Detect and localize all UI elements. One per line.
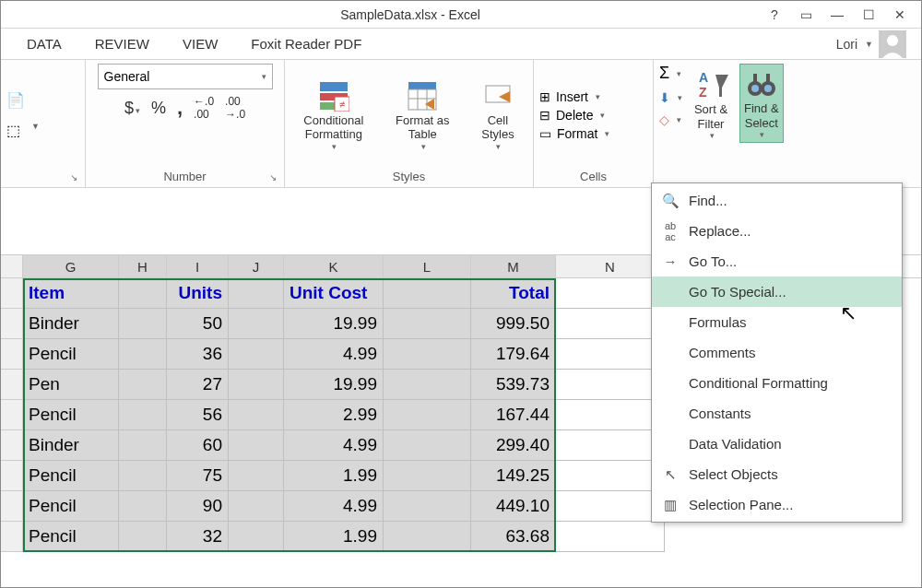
menu-formulas[interactable]: Formulas <box>652 307 902 337</box>
merge-button[interactable]: ⬚▼ <box>6 122 40 139</box>
percent-button[interactable]: % <box>151 99 166 118</box>
cell[interactable] <box>229 370 284 400</box>
insert-button[interactable]: ⊞Insert▾ <box>539 89 609 104</box>
format-button[interactable]: ▭Format▾ <box>539 126 609 141</box>
menu-select-objects[interactable]: ↖Select Objects <box>652 459 902 489</box>
cell[interactable] <box>556 430 665 461</box>
cell-units[interactable]: 36 <box>167 339 229 370</box>
conditional-formatting-button[interactable]: ≠ Conditional Formatting▾ <box>298 75 369 156</box>
cell-item[interactable]: Pencil <box>23 461 119 491</box>
cell-total[interactable]: 539.73 <box>471 370 556 400</box>
help-icon[interactable]: ? <box>759 4 790 26</box>
cell[interactable] <box>384 370 471 400</box>
row-header[interactable] <box>1 430 23 461</box>
col-header-item[interactable]: Item <box>23 278 119 309</box>
increase-decimal-button[interactable]: ←.0.00 <box>194 95 214 121</box>
col-header-total[interactable]: Total <box>471 278 556 309</box>
col-K[interactable]: K <box>284 255 384 277</box>
cell-item[interactable]: Binder <box>23 430 119 461</box>
col-N[interactable]: N <box>556 255 665 277</box>
cell[interactable] <box>556 491 665 522</box>
cell[interactable] <box>229 339 284 370</box>
menu-find[interactable]: 🔍Find... <box>652 185 902 216</box>
menu-goto[interactable]: →Go To... <box>652 246 902 276</box>
cell[interactable] <box>229 309 284 339</box>
row-header[interactable] <box>1 400 23 430</box>
find-select-button[interactable]: Find & Select▾ <box>739 64 784 143</box>
cell[interactable] <box>556 309 665 339</box>
cell[interactable] <box>119 430 167 461</box>
cell[interactable] <box>229 278 284 309</box>
close-icon[interactable]: ✕ <box>884 4 916 26</box>
col-H[interactable]: H <box>119 255 167 277</box>
sort-filter-button[interactable]: AZ Sort & Filter▾ <box>688 64 734 145</box>
cell[interactable] <box>384 522 471 552</box>
cell-unit-cost[interactable]: 4.99 <box>284 491 384 522</box>
cell-item[interactable]: Binder <box>23 309 119 339</box>
cell[interactable] <box>119 278 167 309</box>
cell-item[interactable]: Pencil <box>23 339 119 370</box>
cell[interactable] <box>384 491 471 522</box>
menu-goto-special[interactable]: Go To Special... <box>652 276 902 307</box>
cell-total[interactable]: 63.68 <box>471 522 556 552</box>
col-M[interactable]: M <box>471 255 556 277</box>
cell-styles-button[interactable]: Cell Styles▾ <box>476 75 519 156</box>
cell-unit-cost[interactable]: 1.99 <box>284 522 384 552</box>
cell-item[interactable]: Pencil <box>23 522 119 552</box>
number-format-combo[interactable]: General ▾ <box>98 64 273 89</box>
cell[interactable] <box>556 278 665 309</box>
currency-button[interactable]: $▾ <box>124 99 140 118</box>
cell-total[interactable]: 299.40 <box>471 430 556 461</box>
cell[interactable] <box>229 400 284 430</box>
minimize-icon[interactable]: — <box>822 4 853 26</box>
cell-item[interactable]: Pen <box>23 370 119 400</box>
cell[interactable] <box>384 278 471 309</box>
delete-button[interactable]: ⊟Delete▾ <box>539 108 609 123</box>
cell[interactable] <box>384 309 471 339</box>
cell[interactable] <box>119 461 167 491</box>
row-header[interactable] <box>1 309 23 339</box>
cell-item[interactable]: Pencil <box>23 491 119 522</box>
cell[interactable] <box>556 400 665 430</box>
row-header[interactable] <box>1 461 23 491</box>
col-header-units[interactable]: Units <box>167 278 229 309</box>
col-J[interactable]: J <box>229 255 284 277</box>
cell[interactable] <box>556 339 665 370</box>
menu-constants[interactable]: Constants <box>652 398 902 429</box>
cell-item[interactable]: Pencil <box>23 400 119 430</box>
cell[interactable] <box>384 430 471 461</box>
cell[interactable] <box>384 400 471 430</box>
cell-units[interactable]: 75 <box>167 461 229 491</box>
row-header[interactable] <box>1 491 23 522</box>
tab-view[interactable]: VIEW <box>166 30 234 57</box>
row-header[interactable] <box>1 339 23 370</box>
menu-selection-pane[interactable]: ▥Selection Pane... <box>652 489 902 520</box>
cell[interactable] <box>119 522 167 552</box>
cell[interactable] <box>229 430 284 461</box>
cell[interactable] <box>119 491 167 522</box>
tab-review[interactable]: REVIEW <box>78 30 166 57</box>
cell[interactable] <box>229 491 284 522</box>
account-area[interactable]: Lori ▼ <box>836 30 912 58</box>
cell-total[interactable]: 999.50 <box>471 309 556 339</box>
row-header[interactable] <box>1 278 23 309</box>
dialog-launcher-icon[interactable]: ↘ <box>70 172 77 182</box>
cell-total[interactable]: 149.25 <box>471 461 556 491</box>
tab-foxit[interactable]: Foxit Reader PDF <box>234 30 378 57</box>
cell-unit-cost[interactable]: 2.99 <box>284 400 384 430</box>
cell[interactable] <box>229 461 284 491</box>
tab-data[interactable]: DATA <box>10 30 78 57</box>
cell-unit-cost[interactable]: 19.99 <box>284 370 384 400</box>
format-as-table-button[interactable]: Format as Table▾ <box>390 75 455 156</box>
autosum-button[interactable]: Σ▾ <box>659 64 682 83</box>
cell[interactable] <box>384 461 471 491</box>
menu-replace[interactable]: abacReplace... <box>652 216 902 246</box>
cell[interactable] <box>556 522 665 552</box>
menu-comments[interactable]: Comments <box>652 337 902 368</box>
cell-unit-cost[interactable]: 4.99 <box>284 339 384 370</box>
cell[interactable] <box>229 522 284 552</box>
cell-total[interactable]: 179.64 <box>471 339 556 370</box>
cell[interactable] <box>556 370 665 400</box>
comma-button[interactable]: , <box>177 96 183 120</box>
col-L[interactable]: L <box>384 255 471 277</box>
